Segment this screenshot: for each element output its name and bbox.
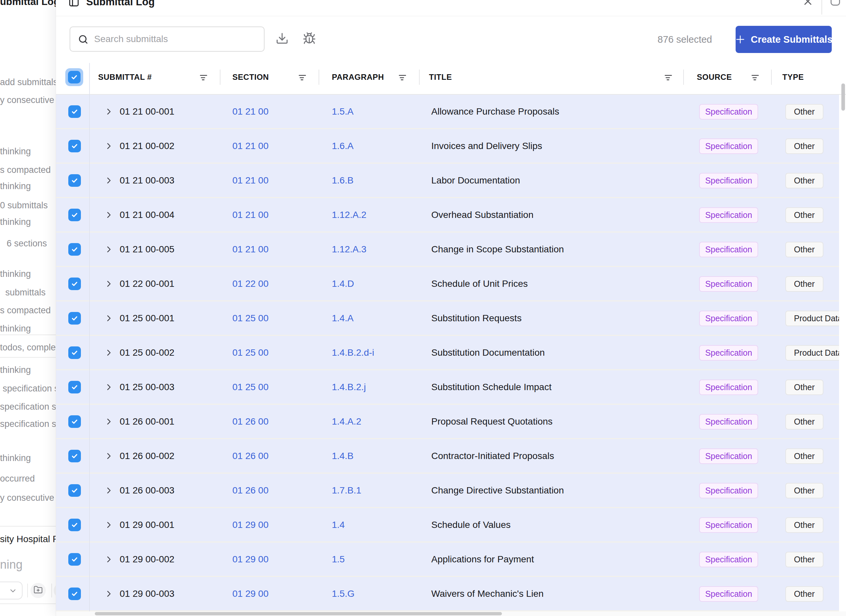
chevron-right-icon[interactable] bbox=[104, 452, 113, 461]
chat-text-fragment: thinking bbox=[0, 268, 31, 280]
section-link[interactable]: 01 21 00 bbox=[232, 244, 269, 255]
section-link[interactable]: 01 26 00 bbox=[232, 416, 269, 427]
paragraph-link[interactable]: 1.4 bbox=[332, 520, 345, 530]
type-badge: Product Data bbox=[785, 345, 846, 361]
row-checkbox[interactable] bbox=[68, 519, 81, 531]
table-row[interactable]: 01 26 00-002 01 26 00 1.4.B Contractor-I… bbox=[56, 439, 846, 474]
paragraph-link[interactable]: 1.4.D bbox=[332, 279, 354, 289]
table-row[interactable]: 01 22 00-001 01 22 00 1.4.D Schedule of … bbox=[56, 267, 846, 301]
chat-text-fragment: thinking bbox=[0, 180, 31, 192]
paragraph-link[interactable]: 1.4.B.2.j bbox=[332, 382, 366, 392]
model-dropdown[interactable] bbox=[0, 582, 22, 600]
type-badge: Other bbox=[785, 138, 824, 154]
table-row[interactable]: 01 29 00-002 01 29 00 1.5 Applications f… bbox=[56, 543, 846, 577]
paragraph-link[interactable]: 1.12.A.2 bbox=[332, 210, 366, 220]
table-row[interactable]: 01 25 00-002 01 25 00 1.4.B.2.d-i Substi… bbox=[56, 336, 846, 370]
section-link[interactable]: 01 21 00 bbox=[232, 141, 269, 151]
paragraph-link[interactable]: 1.6.B bbox=[332, 175, 353, 186]
row-checkbox[interactable] bbox=[68, 140, 81, 153]
chevron-right-icon[interactable] bbox=[104, 245, 113, 254]
paragraph-link[interactable]: 1.4.B bbox=[332, 451, 353, 461]
row-checkbox[interactable] bbox=[68, 209, 81, 221]
submittal-number: 01 21 00-001 bbox=[120, 106, 174, 117]
row-checkbox[interactable] bbox=[68, 312, 81, 324]
chat-input-fragment: ning bbox=[0, 558, 22, 572]
row-checkbox[interactable] bbox=[68, 105, 81, 118]
type-badge: Other bbox=[785, 552, 824, 567]
submittal-number: 01 21 00-005 bbox=[120, 244, 174, 255]
add-folder-button[interactable] bbox=[31, 583, 46, 598]
row-checkbox[interactable] bbox=[68, 484, 81, 497]
chevron-right-icon[interactable] bbox=[104, 555, 113, 564]
table-row[interactable]: 01 26 00-003 01 26 00 1.7.B.1 Change Dir… bbox=[56, 474, 846, 508]
table-row[interactable]: 01 21 00-005 01 21 00 1.12.A.3 Change in… bbox=[56, 232, 846, 267]
divider bbox=[0, 357, 56, 358]
row-checkbox[interactable] bbox=[68, 381, 81, 393]
table-row[interactable]: 01 25 00-003 01 25 00 1.4.B.2.j Substitu… bbox=[56, 370, 846, 405]
section-link[interactable]: 01 26 00 bbox=[232, 485, 269, 496]
table-row[interactable]: 01 29 00-001 01 29 00 1.4 Schedule of Va… bbox=[56, 508, 846, 543]
chevron-right-icon[interactable] bbox=[104, 348, 113, 357]
row-checkbox[interactable] bbox=[68, 243, 81, 256]
table-row[interactable]: 01 21 00-003 01 21 00 1.6.B Labor Docume… bbox=[56, 164, 846, 198]
submittal-title: Contractor-Initiated Proposals bbox=[431, 451, 554, 461]
submittal-title: Substitution Documentation bbox=[431, 348, 545, 358]
paragraph-link[interactable]: 1.6.A bbox=[332, 141, 353, 151]
type-badge: Other bbox=[785, 242, 824, 257]
table-row[interactable]: 01 25 00-001 01 25 00 1.4.A Substitution… bbox=[56, 301, 846, 336]
chat-text-fragment: todos, complet bbox=[0, 342, 56, 353]
divider bbox=[51, 584, 52, 597]
paragraph-link[interactable]: 1.4.B.2.d-i bbox=[332, 348, 374, 358]
section-link[interactable]: 01 25 00 bbox=[232, 382, 269, 392]
section-link[interactable]: 01 25 00 bbox=[232, 348, 269, 358]
table-row[interactable]: 01 29 00-003 01 29 00 1.5.G Waivers of M… bbox=[56, 577, 846, 612]
chevron-right-icon[interactable] bbox=[104, 314, 113, 323]
divider bbox=[89, 63, 90, 612]
chevron-right-icon[interactable] bbox=[104, 280, 113, 288]
paragraph-link[interactable]: 1.4.A.2 bbox=[332, 416, 361, 427]
source-badge: Specification bbox=[699, 517, 758, 533]
paragraph-link[interactable]: 1.5.G bbox=[332, 588, 355, 599]
table-row[interactable]: 01 21 00-002 01 21 00 1.6.A Invoices and… bbox=[56, 129, 846, 164]
row-checkbox[interactable] bbox=[68, 553, 81, 566]
section-link[interactable]: 01 22 00 bbox=[232, 279, 269, 289]
paragraph-link[interactable]: 1.7.B.1 bbox=[332, 485, 361, 496]
section-link[interactable]: 01 25 00 bbox=[232, 313, 269, 324]
chevron-right-icon[interactable] bbox=[104, 417, 113, 426]
chevron-right-icon[interactable] bbox=[104, 107, 113, 116]
chevron-right-icon[interactable] bbox=[104, 383, 113, 392]
paragraph-link[interactable]: 1.5 bbox=[332, 554, 345, 565]
chevron-right-icon[interactable] bbox=[104, 521, 113, 529]
submittal-number: 01 25 00-002 bbox=[120, 348, 174, 358]
submittal-title: Change in Scope Substantiation bbox=[431, 244, 564, 255]
paragraph-link[interactable]: 1.5.A bbox=[332, 106, 353, 117]
section-link[interactable]: 01 21 00 bbox=[232, 106, 269, 117]
paragraph-link[interactable]: 1.12.A.3 bbox=[332, 244, 366, 255]
chevron-right-icon[interactable] bbox=[104, 590, 113, 598]
type-badge: Product Data bbox=[785, 311, 846, 326]
horizontal-scrollbar[interactable] bbox=[95, 612, 502, 615]
section-link[interactable]: 01 29 00 bbox=[232, 520, 269, 530]
chevron-right-icon[interactable] bbox=[104, 486, 113, 495]
vertical-scrollbar[interactable] bbox=[842, 84, 845, 111]
row-checkbox[interactable] bbox=[68, 588, 81, 600]
chat-text-fragment: occurred bbox=[0, 473, 35, 484]
chevron-right-icon[interactable] bbox=[104, 142, 113, 150]
section-link[interactable]: 01 21 00 bbox=[232, 175, 269, 186]
section-link[interactable]: 01 26 00 bbox=[232, 451, 269, 461]
table-row[interactable]: 01 21 00-001 01 21 00 1.5.A Allowance Pu… bbox=[56, 95, 846, 129]
row-checkbox[interactable] bbox=[68, 415, 81, 428]
section-link[interactable]: 01 29 00 bbox=[232, 554, 269, 565]
chat-panel: ubmittal Log sity Hospital Pr ning add s… bbox=[0, 0, 56, 616]
chevron-right-icon[interactable] bbox=[104, 176, 113, 185]
row-checkbox[interactable] bbox=[68, 277, 81, 290]
table-row[interactable]: 01 26 00-001 01 26 00 1.4.A.2 Proposal R… bbox=[56, 405, 846, 439]
section-link[interactable]: 01 21 00 bbox=[232, 210, 269, 220]
table-row[interactable]: 01 21 00-004 01 21 00 1.12.A.2 Overhead … bbox=[56, 198, 846, 232]
row-checkbox[interactable] bbox=[68, 174, 81, 187]
section-link[interactable]: 01 29 00 bbox=[232, 588, 269, 599]
chevron-right-icon[interactable] bbox=[104, 211, 113, 219]
paragraph-link[interactable]: 1.4.A bbox=[332, 313, 353, 324]
row-checkbox[interactable] bbox=[68, 450, 81, 462]
row-checkbox[interactable] bbox=[68, 346, 81, 359]
